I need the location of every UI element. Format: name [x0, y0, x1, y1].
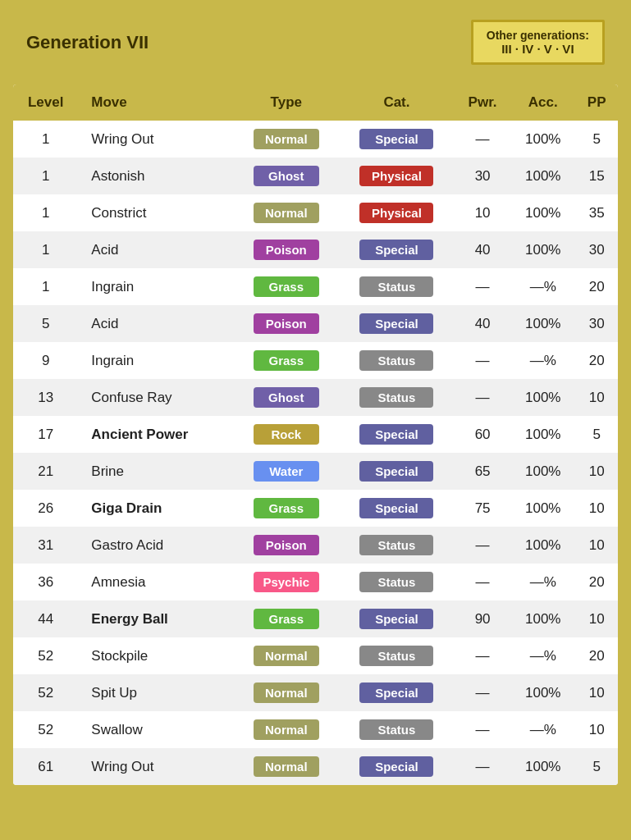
- col-cat: Cat.: [339, 84, 455, 121]
- cell-pwr: 65: [455, 453, 510, 490]
- cell-level: 61: [13, 748, 78, 785]
- generation-title: Generation VII: [26, 32, 149, 53]
- cell-move: Stockpile: [78, 637, 233, 674]
- cell-acc: 100%: [510, 748, 575, 785]
- cell-pwr: —: [455, 564, 510, 600]
- cell-pwr: —: [455, 527, 510, 564]
- cell-level: 1: [13, 194, 78, 231]
- cell-pp: 10: [575, 490, 618, 527]
- cell-acc: 100%: [510, 305, 575, 342]
- cell-pp: 30: [575, 231, 618, 268]
- cell-cat: Special: [339, 674, 455, 711]
- cell-cat: Special: [339, 453, 455, 490]
- cell-move: Wring Out: [78, 121, 233, 158]
- other-gens-box[interactable]: Other generations: III · IV · V · VI: [471, 20, 605, 65]
- cell-pp: 10: [575, 674, 618, 711]
- cell-acc: —%: [510, 268, 575, 305]
- cell-pp: 10: [575, 711, 618, 748]
- cell-type: Psychic: [234, 564, 339, 600]
- moves-table-container: Level Move Type Cat. Pwr. Acc. PP 1Wring…: [13, 84, 618, 785]
- cell-pwr: —: [455, 711, 510, 748]
- table-header-row: Level Move Type Cat. Pwr. Acc. PP: [13, 84, 618, 121]
- cell-move: Confuse Ray: [78, 379, 233, 416]
- cell-cat: Special: [339, 416, 455, 453]
- table-row: 52SwallowNormalStatus——%10: [13, 711, 618, 748]
- cell-move: Gastro Acid: [78, 527, 233, 564]
- cell-level: 17: [13, 416, 78, 453]
- table-row: 61Wring OutNormalSpecial—100%5: [13, 748, 618, 785]
- table-row: 1IngrainGrassStatus——%20: [13, 268, 618, 305]
- cell-pwr: 30: [455, 158, 510, 194]
- cell-pwr: 10: [455, 194, 510, 231]
- cell-pp: 20: [575, 637, 618, 674]
- cell-move: Acid: [78, 231, 233, 268]
- cell-level: 52: [13, 711, 78, 748]
- cell-move: Constrict: [78, 194, 233, 231]
- col-acc: Acc.: [510, 84, 575, 121]
- cell-type: Grass: [234, 268, 339, 305]
- cell-type: Normal: [234, 674, 339, 711]
- cell-pp: 30: [575, 305, 618, 342]
- cell-cat: Status: [339, 268, 455, 305]
- cell-level: 26: [13, 490, 78, 527]
- cell-cat: Special: [339, 305, 455, 342]
- table-row: 1AcidPoisonSpecial40100%30: [13, 231, 618, 268]
- cell-pwr: 60: [455, 416, 510, 453]
- cell-cat: Special: [339, 600, 455, 637]
- cell-acc: —%: [510, 342, 575, 379]
- cell-type: Normal: [234, 748, 339, 785]
- table-row: 1ConstrictNormalPhysical10100%35: [13, 194, 618, 231]
- cell-type: Normal: [234, 121, 339, 158]
- cell-level: 5: [13, 305, 78, 342]
- cell-cat: Status: [339, 564, 455, 600]
- cell-level: 9: [13, 342, 78, 379]
- cell-pwr: —: [455, 268, 510, 305]
- page-header: Generation VII Other generations: III · …: [13, 13, 618, 71]
- table-row: 1AstonishGhostPhysical30100%15: [13, 158, 618, 194]
- table-row: 52StockpileNormalStatus——%20: [13, 637, 618, 674]
- cell-pp: 10: [575, 379, 618, 416]
- cell-acc: 100%: [510, 527, 575, 564]
- cell-acc: —%: [510, 637, 575, 674]
- cell-type: Poison: [234, 231, 339, 268]
- cell-acc: 100%: [510, 158, 575, 194]
- col-pp: PP: [575, 84, 618, 121]
- table-row: 36AmnesiaPsychicStatus——%20: [13, 564, 618, 600]
- cell-level: 1: [13, 268, 78, 305]
- table-row: 26Giga DrainGrassSpecial75100%10: [13, 490, 618, 527]
- cell-level: 1: [13, 158, 78, 194]
- moves-table: Level Move Type Cat. Pwr. Acc. PP 1Wring…: [13, 84, 618, 785]
- cell-type: Water: [234, 453, 339, 490]
- cell-acc: —%: [510, 711, 575, 748]
- cell-move: Astonish: [78, 158, 233, 194]
- cell-acc: 100%: [510, 231, 575, 268]
- other-gens-links[interactable]: III · IV · V · VI: [487, 42, 589, 56]
- cell-type: Grass: [234, 342, 339, 379]
- table-row: 31Gastro AcidPoisonStatus—100%10: [13, 527, 618, 564]
- cell-pwr: 90: [455, 600, 510, 637]
- cell-pwr: 75: [455, 490, 510, 527]
- cell-move: Wring Out: [78, 748, 233, 785]
- cell-type: Normal: [234, 637, 339, 674]
- table-row: 17Ancient PowerRockSpecial60100%5: [13, 416, 618, 453]
- cell-pp: 20: [575, 564, 618, 600]
- cell-acc: —%: [510, 564, 575, 600]
- cell-move: Ingrain: [78, 268, 233, 305]
- cell-level: 1: [13, 231, 78, 268]
- cell-level: 1: [13, 121, 78, 158]
- cell-pwr: —: [455, 748, 510, 785]
- cell-acc: 100%: [510, 194, 575, 231]
- cell-cat: Special: [339, 231, 455, 268]
- cell-level: 31: [13, 527, 78, 564]
- cell-move: Ancient Power: [78, 416, 233, 453]
- table-row: 52Spit UpNormalSpecial—100%10: [13, 674, 618, 711]
- cell-cat: Status: [339, 637, 455, 674]
- cell-level: 52: [13, 674, 78, 711]
- cell-type: Normal: [234, 194, 339, 231]
- cell-type: Grass: [234, 490, 339, 527]
- cell-pwr: —: [455, 674, 510, 711]
- cell-acc: 100%: [510, 121, 575, 158]
- cell-move: Brine: [78, 453, 233, 490]
- cell-pwr: 40: [455, 305, 510, 342]
- cell-cat: Special: [339, 490, 455, 527]
